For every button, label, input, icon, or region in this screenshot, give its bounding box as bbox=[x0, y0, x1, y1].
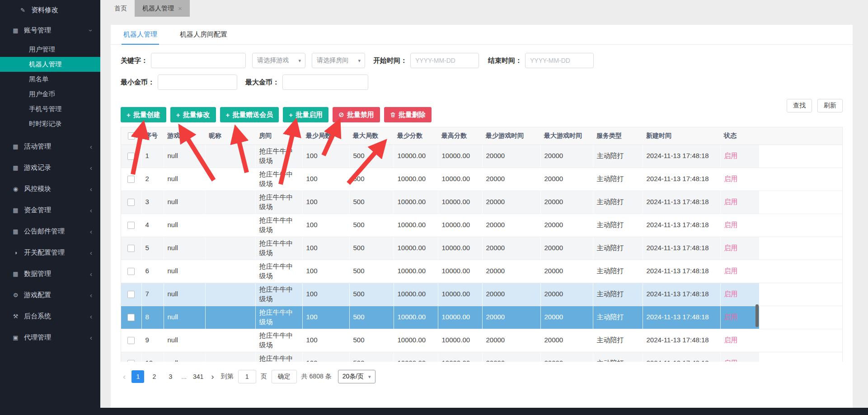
cell-min-time: 20000 bbox=[482, 260, 540, 283]
cell-max-score: 10000.00 bbox=[438, 191, 482, 214]
sidebar-group-toggle[interactable]: ▦账号管理› bbox=[0, 20, 100, 41]
table-row[interactable]: 3null抢庄牛牛中级场10050010000.0010000.00200002… bbox=[121, 191, 843, 214]
keyword-input[interactable] bbox=[151, 53, 246, 68]
search-button[interactable]: 查找 bbox=[787, 99, 812, 112]
table-row[interactable]: 5null抢庄牛牛中级场10050010000.0010000.00200002… bbox=[121, 237, 843, 260]
table-scrollbar-thumb[interactable] bbox=[755, 304, 759, 327]
sidebar-item[interactable]: 用户管理 bbox=[0, 42, 100, 57]
batch-edit-button[interactable]: +批量修改 bbox=[170, 107, 216, 122]
cell-seq: 4 bbox=[141, 214, 164, 237]
sidebar-group-toggle[interactable]: ▦游戏记录‹ bbox=[0, 157, 100, 178]
sidebar-item[interactable]: 黑名单 bbox=[0, 72, 100, 87]
sidebar-group: ◑开关配置管理‹ bbox=[0, 242, 100, 263]
cell-game-id: null bbox=[164, 168, 205, 191]
row-checkbox[interactable] bbox=[127, 245, 135, 252]
table-row[interactable]: 9null抢庄牛牛中级场10050010000.0010000.00200002… bbox=[121, 329, 843, 352]
sidebar-group-toggle[interactable]: ⚒后台系统‹ bbox=[0, 306, 100, 327]
end-date-input[interactable] bbox=[525, 53, 594, 68]
batch-create-button[interactable]: +批量创建 bbox=[121, 107, 166, 122]
pagination-bar: ‹123...341›到第页确定共 6808 条20条/页▾ bbox=[121, 370, 843, 383]
row-checkbox[interactable] bbox=[127, 176, 135, 183]
sidebar-group-toggle[interactable]: ▦资金管理‹ bbox=[0, 200, 100, 221]
cell-status: 启用 bbox=[720, 329, 759, 352]
cell-status: 启用 bbox=[720, 191, 759, 214]
cell-max-time: 20000 bbox=[540, 191, 593, 214]
row-checkbox[interactable] bbox=[127, 222, 135, 229]
start-date-input[interactable] bbox=[410, 53, 479, 68]
page-number[interactable]: 341 bbox=[191, 370, 205, 383]
page-number[interactable]: 3 bbox=[164, 370, 177, 383]
row-checkbox[interactable] bbox=[127, 199, 135, 206]
table-row[interactable]: 6null抢庄牛牛中级场10050010000.0010000.00200002… bbox=[121, 260, 843, 283]
select-all-checkbox[interactable] bbox=[128, 132, 135, 140]
cell-status: 启用 bbox=[720, 237, 759, 260]
batch-enable-button[interactable]: +批量启用 bbox=[283, 107, 328, 122]
table-row[interactable]: 2null抢庄牛牛中级场10050010000.0010000.00200002… bbox=[121, 168, 843, 191]
min-gold-input[interactable] bbox=[158, 75, 237, 90]
sidebar-item-profile-edit[interactable]: ✎ 资料修改 bbox=[0, 0, 100, 20]
sidebar-group-toggle[interactable]: ▣代理管理‹ bbox=[0, 327, 100, 348]
sidebar-group-toggle[interactable]: ▦公告邮件管理‹ bbox=[0, 221, 100, 242]
sidebar-item[interactable]: 手机号管理 bbox=[0, 102, 100, 117]
row-checkbox[interactable] bbox=[127, 314, 135, 321]
sidebar-group-toggle[interactable]: ◉风控模块‹ bbox=[0, 178, 100, 200]
goto-page-input[interactable] bbox=[238, 370, 256, 383]
row-checkbox[interactable] bbox=[127, 291, 135, 298]
cell-max-rounds: 500 bbox=[349, 306, 394, 329]
table-row[interactable]: 10null抢庄牛牛中级场10050010000.0010000.0020000… bbox=[121, 352, 843, 362]
cell-max-score: 10000.00 bbox=[438, 352, 482, 362]
tab-bar: 首页机器人管理× bbox=[100, 0, 868, 17]
room-select-value: 请选择房间 bbox=[317, 56, 348, 65]
refresh-button[interactable]: 刷新 bbox=[817, 99, 843, 112]
row-checkbox[interactable] bbox=[127, 268, 135, 275]
batch-gift-vip-button[interactable]: +批量赠送会员 bbox=[220, 107, 279, 122]
max-gold-input[interactable] bbox=[282, 75, 368, 90]
sub-tab[interactable]: 机器人管理 bbox=[122, 25, 159, 44]
ban-icon: ⊘ bbox=[338, 111, 344, 119]
table-row[interactable]: 8null抢庄牛牛中级场10050010000.0010000.00200002… bbox=[121, 306, 843, 329]
row-checkbox-cell bbox=[121, 283, 141, 306]
page-number[interactable]: 1 bbox=[131, 370, 144, 383]
page-number[interactable]: 2 bbox=[148, 370, 160, 383]
close-icon[interactable]: × bbox=[178, 5, 182, 12]
row-checkbox-cell bbox=[121, 237, 141, 260]
table-row[interactable]: 1null抢庄牛牛中级场10050010000.0010000.00200002… bbox=[121, 145, 843, 168]
room-select[interactable]: 请选择房间 ▾ bbox=[312, 53, 365, 68]
cell-empty bbox=[759, 283, 843, 306]
page-size-select[interactable]: 20条/页▾ bbox=[338, 370, 375, 383]
search-refresh-group: 查找 刷新 bbox=[787, 99, 843, 112]
sidebar-item[interactable]: 机器人管理 bbox=[0, 57, 100, 72]
sidebar-group-toggle[interactable]: ▦数据管理‹ bbox=[0, 263, 100, 284]
sidebar-item[interactable]: 用户金币 bbox=[0, 87, 100, 102]
cell-max-score: 10000.00 bbox=[438, 168, 482, 191]
chevron-left-icon: ‹ bbox=[90, 334, 92, 341]
prev-page-icon[interactable]: ‹ bbox=[121, 372, 128, 382]
top-tab[interactable]: 首页 bbox=[107, 0, 135, 17]
plus-icon: + bbox=[289, 111, 293, 119]
game-select[interactable]: 请选择游戏 ▾ bbox=[252, 53, 305, 68]
row-checkbox[interactable] bbox=[127, 153, 135, 160]
cell-nickname bbox=[205, 191, 255, 214]
sidebar-item[interactable]: 时时彩记录 bbox=[0, 117, 100, 131]
top-tab[interactable]: 机器人管理× bbox=[135, 0, 190, 17]
sidebar-group-toggle[interactable]: ⚙游戏配置‹ bbox=[0, 284, 100, 306]
table-row[interactable]: 7null抢庄牛牛中级场10050010000.0010000.00200002… bbox=[121, 283, 843, 306]
cell-room: 抢庄牛牛中级场 bbox=[255, 145, 302, 168]
sidebar-group-toggle[interactable]: ▦活动管理‹ bbox=[0, 136, 100, 157]
cell-game-id: null bbox=[164, 283, 205, 306]
batch-disable-button[interactable]: ⊘批量禁用 bbox=[333, 107, 380, 122]
cell-min-score: 10000.00 bbox=[394, 145, 438, 168]
chevron-left-icon: ‹ bbox=[90, 206, 92, 214]
row-checkbox[interactable] bbox=[127, 337, 135, 344]
cell-min-time: 20000 bbox=[482, 191, 540, 214]
table-row[interactable]: 4null抢庄牛牛中级场10050010000.0010000.00200002… bbox=[121, 214, 843, 237]
cell-room: 抢庄牛牛中级场 bbox=[255, 237, 302, 260]
row-checkbox[interactable] bbox=[127, 360, 135, 362]
sidebar-group-label: 代理管理 bbox=[24, 333, 85, 342]
sidebar-group-toggle[interactable]: ◑开关配置管理‹ bbox=[0, 242, 100, 263]
goto-confirm-button[interactable]: 确定 bbox=[272, 370, 297, 383]
batch-delete-button[interactable]: 批量删除 bbox=[384, 107, 432, 122]
cell-max-time: 20000 bbox=[540, 283, 593, 306]
next-page-icon[interactable]: › bbox=[209, 372, 216, 382]
sub-tab[interactable]: 机器人房间配置 bbox=[178, 25, 229, 44]
